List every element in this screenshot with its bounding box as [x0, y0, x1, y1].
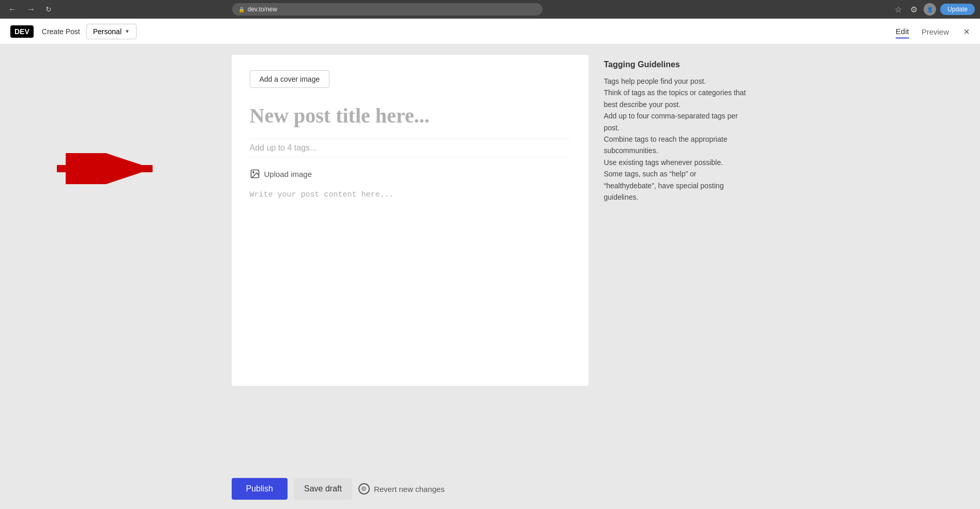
- tagging-guidelines-text: Tags help people find your post. Think o…: [604, 76, 749, 203]
- update-button[interactable]: Update: [940, 4, 975, 15]
- back-button[interactable]: ←: [5, 3, 20, 16]
- dev-logo[interactable]: DEV: [10, 25, 34, 38]
- bottom-toolbar: Publish Save draft ⚙ Revert new changes: [232, 469, 749, 509]
- tab-preview[interactable]: Preview: [922, 25, 949, 38]
- svg-point-3: [252, 172, 254, 173]
- app-header: DEV Create Post Personal ▼ Edit Preview …: [0, 19, 980, 44]
- extensions-button[interactable]: ⚙: [908, 3, 919, 17]
- forward-button[interactable]: →: [24, 3, 38, 16]
- personal-dropdown[interactable]: Personal ▼: [86, 24, 137, 39]
- publish-button[interactable]: Publish: [232, 478, 288, 500]
- main-area: Add a cover image New post title here...…: [0, 44, 980, 509]
- close-button[interactable]: ×: [963, 25, 970, 37]
- header-tabs: Edit Preview: [896, 24, 949, 38]
- add-cover-button[interactable]: Add a cover image: [250, 70, 330, 88]
- tab-edit[interactable]: Edit: [896, 24, 909, 38]
- post-title-placeholder[interactable]: New post title here...: [250, 103, 570, 128]
- dropdown-label: Personal: [93, 27, 122, 36]
- content-wrapper: Add a cover image New post title here...…: [232, 55, 749, 469]
- revert-icon: ⚙: [358, 483, 370, 495]
- revert-label: Revert new changes: [374, 485, 445, 493]
- tags-input[interactable]: [250, 139, 570, 157]
- annotation-arrow: [52, 153, 165, 186]
- create-post-label: Create Post: [42, 27, 80, 36]
- reload-button[interactable]: ↻: [42, 3, 55, 16]
- upload-image-button[interactable]: Upload image: [250, 166, 312, 182]
- lock-icon: 🔒: [238, 7, 245, 12]
- editor-panel: Add a cover image New post title here...…: [232, 55, 589, 386]
- chevron-down-icon: ▼: [125, 28, 130, 34]
- upload-image-label: Upload image: [264, 170, 312, 178]
- browser-actions: ☆ ⚙ 👤 Update: [893, 3, 975, 17]
- sidebar: Tagging Guidelines Tags help people find…: [604, 55, 749, 469]
- url-text: dev.to/new: [248, 6, 277, 13]
- browser-chrome: ← → ↻ 🔒 dev.to/new ☆ ⚙ 👤 Update: [0, 0, 980, 19]
- post-content-input[interactable]: [250, 190, 570, 294]
- tagging-guidelines-title: Tagging Guidelines: [604, 60, 749, 69]
- revert-button[interactable]: ⚙ Revert new changes: [358, 483, 445, 495]
- address-bar[interactable]: 🔒 dev.to/new: [232, 3, 542, 16]
- star-button[interactable]: ☆: [893, 3, 904, 17]
- save-draft-button[interactable]: Save draft: [294, 478, 352, 500]
- avatar[interactable]: 👤: [924, 3, 936, 16]
- image-icon: [250, 169, 260, 179]
